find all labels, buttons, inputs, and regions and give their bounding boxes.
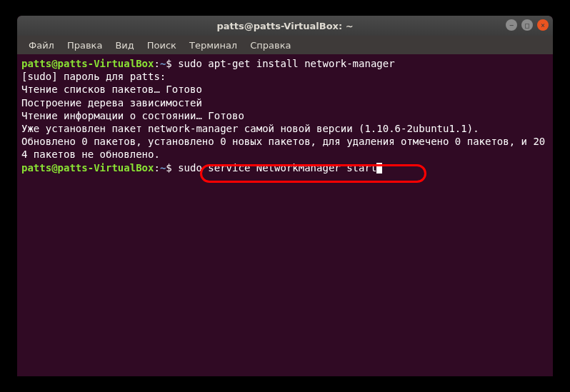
prompt-user: patts@patts-VirtualBox (21, 58, 154, 69)
menu-help[interactable]: Справка (244, 38, 296, 53)
command-line: sudo apt-get install network-manager (178, 58, 394, 69)
terminal-window: patts@patts-VirtualBox: ~ − □ × Файл Пра… (17, 16, 553, 376)
menu-edit[interactable]: Правка (61, 38, 108, 53)
maximize-button[interactable]: □ (521, 19, 533, 31)
output-line: [sudo] пароль для patts: (21, 71, 166, 82)
output-line: Уже установлен пакет network-manager сам… (21, 123, 479, 134)
prompt-user: patts@patts-VirtualBox (21, 162, 154, 174)
output-line: Обновлено 0 пакетов, установлено 0 новых… (21, 136, 545, 160)
menubar: Файл Правка Вид Поиск Терминал Справка (17, 36, 553, 54)
close-button[interactable]: × (537, 19, 549, 31)
menu-file[interactable]: Файл (23, 38, 60, 53)
window-controls: − □ × (506, 19, 549, 31)
output-line: Чтение информации о состоянии… Готово (21, 110, 244, 121)
menu-view[interactable]: Вид (109, 38, 139, 53)
prompt-colon: : (154, 58, 159, 69)
window-title: patts@patts-VirtualBox: ~ (216, 21, 353, 31)
terminal-output[interactable]: patts@patts-VirtualBox:~$ sudo apt-get i… (17, 54, 553, 177)
prompt-symbol: $ (166, 162, 171, 174)
cursor (376, 163, 382, 174)
output-line: Чтение списков пакетов… Готово (21, 84, 202, 95)
command-line: sudo service NetworkManager start (178, 162, 376, 174)
menu-search[interactable]: Поиск (141, 38, 182, 53)
prompt-symbol: $ (166, 58, 171, 69)
prompt-colon: : (154, 162, 159, 174)
menu-terminal[interactable]: Терминал (184, 38, 243, 53)
titlebar: patts@patts-VirtualBox: ~ − □ × (17, 16, 553, 36)
minimize-button[interactable]: − (506, 19, 517, 31)
output-line: Построение дерева зависимостей (21, 97, 202, 109)
